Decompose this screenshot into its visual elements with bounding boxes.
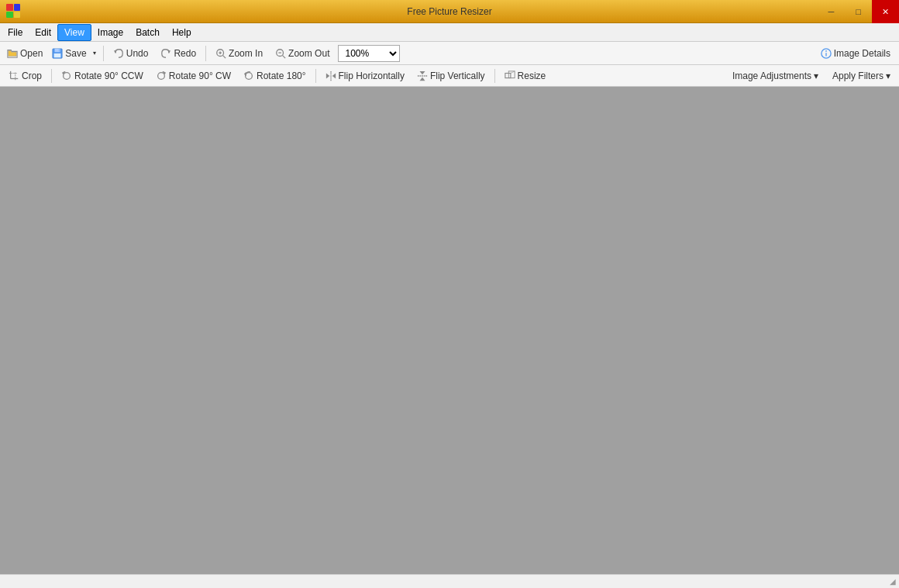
toolbar2-right: Image Adjustments ▾ Apply Filters ▾ — [727, 67, 896, 85]
svg-marker-31 — [419, 77, 425, 80]
image-adjustments-label: Image Adjustments — [732, 70, 811, 81]
svg-rect-32 — [505, 73, 510, 77]
apply-filters-button[interactable]: Apply Filters ▾ — [827, 67, 896, 85]
menu-item-file[interactable]: File — [2, 24, 29, 41]
rotate-cw-label: Rotate 90° CW — [169, 70, 231, 81]
svg-point-22 — [157, 72, 164, 79]
rotate-ccw-button[interactable]: Rotate 90° CCW — [56, 67, 149, 85]
save-button[interactable]: Save — [48, 44, 90, 63]
minimize-button[interactable]: ─ — [818, 0, 845, 23]
svg-marker-30 — [419, 70, 425, 74]
undo-button[interactable]: Undo — [108, 44, 154, 63]
separator-1 — [103, 46, 104, 61]
svg-rect-2 — [54, 53, 61, 57]
open-label: Open — [20, 48, 43, 59]
svg-marker-28 — [332, 73, 335, 78]
svg-line-12 — [283, 55, 286, 58]
zoom-out-button[interactable]: Zoom Out — [270, 44, 335, 63]
save-icon — [52, 48, 63, 59]
zoom-in-label: Zoom In — [229, 48, 263, 59]
menu-item-image[interactable]: Image — [91, 24, 129, 41]
flip-v-icon — [417, 70, 428, 81]
rotate-180-button[interactable]: Rotate 180° — [238, 67, 312, 85]
main-canvas — [0, 87, 899, 574]
resize-grip: ◢ — [890, 577, 896, 586]
svg-line-9 — [223, 55, 226, 58]
svg-rect-3 — [59, 48, 60, 51]
image-adjustments-button[interactable]: Image Adjustments ▾ — [727, 67, 824, 85]
image-details-button[interactable]: Image Details — [815, 44, 896, 63]
flip-v-button[interactable]: Flip Vertically — [412, 67, 491, 85]
svg-point-15 — [825, 50, 827, 52]
maximize-button[interactable]: □ — [845, 0, 872, 23]
menu-item-edit[interactable]: Edit — [29, 24, 57, 41]
toolbar1: Open Save ▾ Undo Redo — [0, 42, 899, 65]
redo-label: Redo — [174, 48, 196, 59]
svg-marker-27 — [326, 73, 329, 78]
flip-h-button[interactable]: Flip Horizontally — [320, 67, 410, 85]
rotate-ccw-label: Rotate 90° CCW — [74, 70, 143, 81]
rotate-180-icon — [243, 70, 254, 81]
crop-icon — [9, 70, 19, 81]
zoom-in-icon — [215, 48, 226, 59]
resize-label: Resize — [518, 70, 546, 81]
window-title: Free Picture Resizer — [407, 6, 491, 17]
zoom-out-icon — [275, 48, 286, 59]
rotate-ccw-icon — [61, 70, 72, 81]
menu-bar: File Edit View Image Batch Help — [0, 23, 899, 42]
undo-label: Undo — [126, 48, 149, 59]
separator-t2-3 — [494, 69, 495, 83]
menu-item-view[interactable]: View — [57, 24, 91, 41]
redo-button[interactable]: Redo — [155, 44, 202, 63]
toolbar1-right: Image Details — [815, 44, 896, 63]
open-icon — [7, 48, 18, 59]
status-bar: ◢ — [0, 574, 899, 588]
crop-button[interactable]: Crop — [3, 67, 47, 85]
zoom-in-button[interactable]: Zoom In — [210, 44, 268, 63]
toolbar2: Crop Rotate 90° CCW Rotate 90° CW Rotate… — [0, 65, 899, 87]
redo-icon — [160, 48, 171, 59]
rotate-180-label: Rotate 180° — [257, 70, 306, 81]
svg-point-20 — [64, 72, 71, 79]
rotate-cw-icon — [156, 70, 167, 81]
app-logo — [6, 4, 22, 19]
zoom-out-label: Zoom Out — [288, 48, 329, 59]
flip-h-label: Flip Horizontally — [339, 70, 405, 81]
flip-h-icon — [326, 70, 336, 81]
title-bar: Free Picture Resizer ─ □ ✕ — [0, 0, 899, 23]
separator-t2-1 — [51, 69, 52, 83]
open-button-group: Open — [3, 44, 46, 63]
window-controls: ─ □ ✕ — [818, 0, 899, 23]
svg-rect-33 — [508, 70, 515, 77]
resize-icon — [505, 70, 515, 81]
apply-filters-arrow: ▾ — [886, 70, 890, 81]
open-button[interactable]: Open — [3, 44, 46, 63]
image-details-label: Image Details — [834, 48, 890, 59]
menu-item-help[interactable]: Help — [166, 24, 198, 41]
crop-label: Crop — [22, 70, 42, 81]
resize-button[interactable]: Resize — [499, 67, 552, 85]
save-button-group: Save ▾ — [48, 44, 98, 63]
image-details-icon — [821, 48, 832, 59]
save-dropdown-arrow[interactable]: ▾ — [91, 44, 99, 63]
save-label: Save — [65, 48, 86, 59]
separator-2 — [205, 46, 206, 61]
menu-item-batch[interactable]: Batch — [129, 24, 166, 41]
undo-icon — [113, 48, 124, 59]
svg-marker-4 — [114, 50, 117, 53]
flip-v-label: Flip Vertically — [430, 70, 485, 81]
rotate-cw-button[interactable]: Rotate 90° CW — [150, 67, 236, 85]
svg-marker-5 — [168, 50, 171, 53]
apply-filters-label: Apply Filters — [832, 70, 884, 81]
zoom-select[interactable]: 25% 50% 75% 100% 150% 200% 300% Fit — [338, 45, 400, 62]
close-button[interactable]: ✕ — [872, 0, 899, 23]
separator-t2-2 — [315, 69, 316, 83]
image-adjustments-arrow: ▾ — [814, 70, 818, 81]
